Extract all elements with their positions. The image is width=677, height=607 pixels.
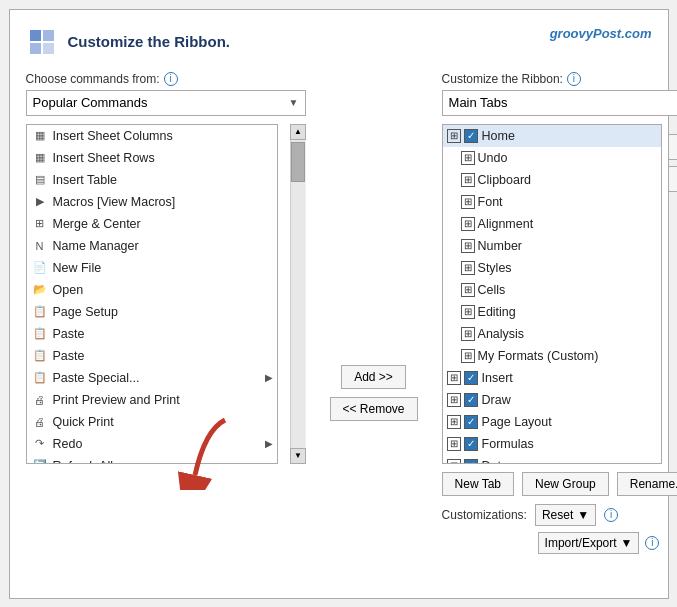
item-text: Print Preview and Print [53,393,273,407]
import-export-dropdown[interactable]: Import/Export ▼ [538,532,640,554]
svg-rect-2 [30,43,41,54]
svg-rect-1 [43,30,54,41]
list-item[interactable]: 📋Paste Special...▶ [27,367,277,389]
item-text: Paste [53,349,273,363]
tree-item-text: Font [478,195,503,209]
tree-expand-icon: ⊞ [447,129,461,143]
list-item[interactable]: 🖨Print Preview and Print [27,389,277,411]
tree-expand-icon: ⊞ [447,371,461,385]
item-text: Redo [53,437,265,451]
item-text: Paste [53,327,273,341]
svg-rect-0 [30,30,41,41]
tree-checkbox[interactable] [464,415,478,429]
tree-expand-icon: ⊞ [447,415,461,429]
tree-checkbox[interactable] [464,437,478,451]
tree-item[interactable]: ⊞Undo [443,147,661,169]
tree-expand-icon: ⊞ [447,459,461,464]
right-info-icon[interactable]: i [567,72,581,86]
two-col-layout: Choose commands from: i Popular Commands… [26,72,652,554]
tree-item[interactable]: ⊞Analysis [443,323,661,345]
tree-item[interactable]: ⊞Data [443,455,661,464]
left-scrollbar[interactable]: ▲ ▼ [290,124,306,464]
branding: groovyPost.com [550,26,652,41]
tree-item[interactable]: ⊞Page Layout [443,411,661,433]
reset-dropdown[interactable]: Reset ▼ [535,504,596,526]
add-button[interactable]: Add >> [341,365,406,389]
tree-item-text: Undo [478,151,508,165]
list-item[interactable]: ▦Insert Sheet Rows [27,147,277,169]
tree-item[interactable]: ⊞Home [443,125,661,147]
tree-item[interactable]: ⊞Cells [443,279,661,301]
list-item[interactable]: 🔄Refresh All [27,455,277,464]
rename-button[interactable]: Rename... [617,472,677,496]
tree-checkbox[interactable] [464,459,478,464]
tree-item[interactable]: ⊞My Formats (Custom) [443,345,661,367]
tree-item[interactable]: ⊞Formulas [443,433,661,455]
tree-checkbox[interactable] [464,393,478,407]
submenu-arrow-icon: ▶ [265,372,273,383]
list-item[interactable]: ▦Insert Sheet Columns [27,125,277,147]
tree-expand-icon: ⊞ [461,173,475,187]
submenu-arrow-icon: ▶ [265,438,273,449]
list-item[interactable]: ▶Macros [View Macros] [27,191,277,213]
tree-item-text: Draw [482,393,511,407]
tree-item[interactable]: ⊞Styles [443,257,661,279]
left-dropdown-arrow: ▼ [289,97,299,108]
new-group-button[interactable]: New Group [522,472,609,496]
tree-expand-icon: ⊞ [461,151,475,165]
item-icon: N [31,237,49,255]
list-item[interactable]: 🖨Quick Print [27,411,277,433]
tree-item-text: Analysis [478,327,525,341]
tree-expand-icon: ⊞ [461,349,475,363]
list-item[interactable]: 📂Open [27,279,277,301]
item-icon: ▶ [31,193,49,211]
item-icon: 📂 [31,281,49,299]
tree-item[interactable]: ⊞Editing [443,301,661,323]
list-item[interactable]: ⊞Merge & Center [27,213,277,235]
item-icon: ▦ [31,127,49,145]
tree-item-text: Data [482,459,508,464]
item-text: Page Setup [53,305,273,319]
list-item[interactable]: ↷Redo▶ [27,433,277,455]
tree-item[interactable]: ⊞Number [443,235,661,257]
list-item[interactable]: 📋Paste [27,323,277,345]
tree-item-text: Alignment [478,217,534,231]
tree-item-text: Page Layout [482,415,552,429]
list-item[interactable]: ▤Insert Table [27,169,277,191]
new-tab-button[interactable]: New Tab [442,472,514,496]
item-text: Refresh All [53,459,273,464]
scroll-up-btn[interactable]: ▲ [290,124,306,140]
item-icon: 🖨 [31,413,49,431]
list-item[interactable]: 📋Paste [27,345,277,367]
import-export-info-icon[interactable]: i [645,536,659,550]
list-item[interactable]: 📄New File [27,257,277,279]
right-dropdown[interactable]: Main Tabs ▼ [442,90,677,116]
tree-item-text: Formulas [482,437,534,451]
left-info-icon[interactable]: i [164,72,178,86]
item-icon: ▦ [31,149,49,167]
tree-item[interactable]: ⊞Insert [443,367,661,389]
tree-checkbox[interactable] [464,129,478,143]
list-item[interactable]: NName Manager [27,235,277,257]
list-item[interactable]: 📋Page Setup [27,301,277,323]
move-up-button[interactable]: ▲ [668,134,677,160]
dialog-title: Customize the Ribbon. [68,33,231,50]
right-bottom-row: New Tab New Group Rename... [442,472,677,496]
tree-checkbox[interactable] [464,371,478,385]
left-list[interactable]: ▦Insert Sheet Columns▦Insert Sheet Rows▤… [26,124,278,464]
right-list[interactable]: ⊞Home⊞Undo⊞Clipboard⊞Font⊞Alignment⊞Numb… [442,124,662,464]
left-dropdown[interactable]: Popular Commands ▼ [26,90,306,116]
right-column: Customize the Ribbon: i Main Tabs ▼ ⊞Hom… [442,72,677,554]
scroll-down-btn[interactable]: ▼ [290,448,306,464]
tree-item[interactable]: ⊞Draw [443,389,661,411]
tree-item-text: Cells [478,283,506,297]
tree-item[interactable]: ⊞Font [443,191,661,213]
tree-item[interactable]: ⊞Alignment [443,213,661,235]
tree-item-text: Home [482,129,515,143]
item-text: Insert Sheet Rows [53,151,273,165]
tree-item[interactable]: ⊞Clipboard [443,169,661,191]
move-down-button[interactable]: ▼ [668,166,677,192]
customizations-label: Customizations: [442,508,527,522]
customizations-info-icon[interactable]: i [604,508,618,522]
remove-button[interactable]: << Remove [330,397,418,421]
